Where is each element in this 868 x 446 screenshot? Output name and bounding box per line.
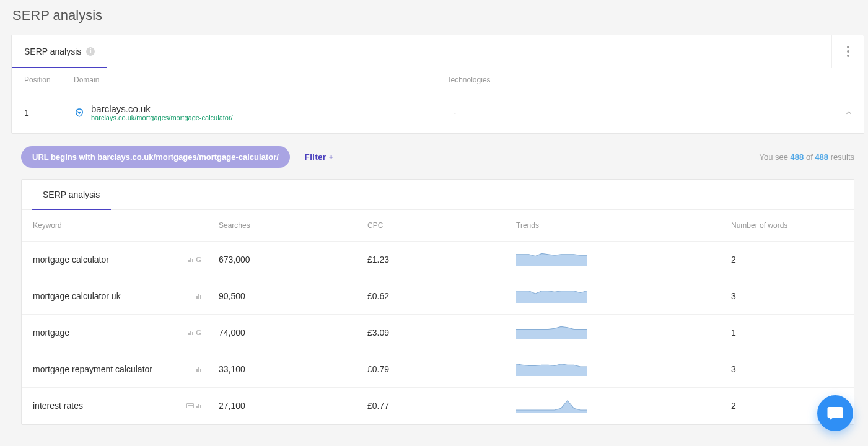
results-shown: 488 <box>791 152 804 162</box>
main-tabs: SERP analysis i <box>12 35 864 68</box>
more-menu-button[interactable] <box>831 35 864 68</box>
results-prefix: You see <box>759 152 790 162</box>
page-title: SERP analysis <box>12 7 864 24</box>
table-body: mortgage calculatorG673,000£1.232mortgag… <box>22 242 854 424</box>
col-keyword[interactable]: Keyword <box>33 221 219 230</box>
searches-value: 90,500 <box>219 291 367 301</box>
trend-sparkline <box>516 253 587 266</box>
domain-name: barclays.co.uk <box>91 103 233 114</box>
domain-url: barclays.co.uk/mortgages/mortgage-calcul… <box>91 114 233 121</box>
keywords-card: SERP analysis Keyword Searches CPC Trend… <box>21 179 854 425</box>
results-of: of <box>806 152 815 162</box>
col-position: Position <box>24 76 74 84</box>
bars-icon <box>196 403 201 408</box>
searches-value: 27,100 <box>219 401 367 411</box>
words-value: 1 <box>731 328 843 338</box>
table-row[interactable]: mortgageG74,000£3.091 <box>22 315 854 351</box>
tab-inner-serp-analysis[interactable]: SERP analysis <box>32 180 111 209</box>
words-value: 3 <box>731 364 843 374</box>
results-total: 488 <box>815 152 828 162</box>
serp-card: SERP analysis i Position Domain Technolo… <box>11 35 864 134</box>
trend-sparkline <box>516 326 587 339</box>
table-row[interactable]: interest rates27,100£0.772 <box>22 388 854 424</box>
info-icon[interactable]: i <box>86 47 95 56</box>
bars-icon <box>188 257 193 262</box>
col-searches[interactable]: Searches <box>219 221 367 230</box>
position-value: 1 <box>24 108 74 118</box>
google-icon: G <box>196 328 201 338</box>
cpc-value: £0.62 <box>367 291 516 301</box>
card-icon <box>186 403 194 408</box>
results-count: You see 488 of 488 results <box>759 152 854 162</box>
barclays-favicon-icon <box>74 107 85 118</box>
technologies-cell: - <box>454 108 833 118</box>
tab-serp-analysis[interactable]: SERP analysis i <box>12 35 107 68</box>
col-trends[interactable]: Trends <box>516 221 731 230</box>
results-suffix: results <box>831 152 854 162</box>
table-row[interactable]: mortgage calculator uk90,500£0.623 <box>22 278 854 315</box>
inner-tabs: SERP analysis <box>22 180 854 210</box>
domain-cell[interactable]: barclays.co.uk barclays.co.uk/mortgages/… <box>74 103 454 121</box>
table-row[interactable]: mortgage calculatorG673,000£1.232 <box>22 242 854 278</box>
col-words[interactable]: Number of words <box>731 221 843 230</box>
bars-icon <box>196 367 201 372</box>
keyword-text: mortgage repayment calculator <box>33 364 152 374</box>
cpc-value: £1.23 <box>367 255 516 265</box>
words-value: 3 <box>731 291 843 301</box>
keyword-text: mortgage calculator <box>33 255 109 265</box>
keyword-text: mortgage calculator uk <box>33 291 121 301</box>
col-cpc[interactable]: CPC <box>367 221 516 230</box>
searches-value: 673,000 <box>219 255 367 265</box>
kebab-icon <box>847 46 849 57</box>
cpc-value: £0.79 <box>367 364 516 374</box>
searches-value: 33,100 <box>219 364 367 374</box>
results-header-row: Position Domain Technologies <box>12 68 864 92</box>
keyword-icons <box>196 367 201 372</box>
chat-icon <box>826 404 844 422</box>
chat-fab[interactable] <box>817 395 853 431</box>
keyword-icons: G <box>188 328 201 338</box>
keyword-text: interest rates <box>33 401 83 411</box>
google-icon: G <box>196 255 201 265</box>
keyword-icons: G <box>188 255 201 265</box>
chevron-up-icon <box>844 108 853 117</box>
bars-icon <box>188 330 193 335</box>
result-row: 1 barclays.co.uk barclays.co.uk/mortgage… <box>12 92 864 133</box>
collapse-button[interactable] <box>833 92 864 133</box>
col-domain: Domain <box>74 76 447 84</box>
table-row[interactable]: mortgage repayment calculator33,100£0.79… <box>22 351 854 388</box>
tab-label: SERP analysis <box>43 190 100 199</box>
words-value: 2 <box>731 255 843 265</box>
cpc-value: £0.77 <box>367 401 516 411</box>
filter-pill-url[interactable]: URL begins with barclays.co.uk/mortgages… <box>21 146 290 168</box>
trend-sparkline <box>516 399 587 413</box>
keyword-text: mortgage <box>33 328 69 338</box>
tab-label: SERP analysis <box>24 46 81 56</box>
filter-bar: URL begins with barclays.co.uk/mortgages… <box>11 146 864 179</box>
bars-icon <box>196 294 201 299</box>
table-header: Keyword Searches CPC Trends Number of wo… <box>22 210 854 242</box>
cpc-value: £3.09 <box>367 328 516 338</box>
trend-sparkline <box>516 289 587 303</box>
add-filter-button[interactable]: Filter + <box>305 152 334 162</box>
searches-value: 74,000 <box>219 328 367 338</box>
col-technologies: Technologies <box>447 76 821 84</box>
keyword-icons <box>186 403 201 408</box>
keyword-icons <box>196 294 201 299</box>
trend-sparkline <box>516 362 587 376</box>
